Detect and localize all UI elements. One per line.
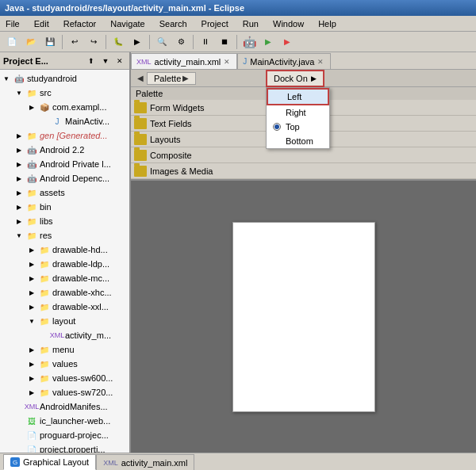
dock-top-label: Top (286, 122, 300, 132)
palette-images-media[interactable]: Images & Media (131, 163, 476, 179)
menu-navigate[interactable]: Navigate (108, 18, 147, 29)
section-label: Text Fields (150, 119, 192, 128)
dock-on-label: Dock On (274, 74, 308, 83)
dock-right-option[interactable]: Right (267, 105, 329, 120)
tree-drawable-xxl[interactable]: ▶ 📁 drawable-xxl... (0, 300, 129, 314)
dock-bottom-option[interactable]: Bottom (267, 134, 329, 148)
tree-drawable-xhd[interactable]: ▶ 📁 drawable-xhc... (0, 285, 129, 300)
tab-graphical-layout[interactable]: G Graphical Layout (3, 454, 96, 470)
palette-composite[interactable]: Composite (131, 147, 476, 163)
tb-open-btn[interactable]: 📂 (22, 33, 40, 51)
sidebar: Project E... ⬆ ▼ ✕ ▼ 🤖 studyandroid ▼ 📁 … (0, 52, 131, 453)
project-tree: ▼ 🤖 studyandroid ▼ 📁 src ▶ 📦 com.exampl.… (0, 70, 129, 453)
tree-proguard[interactable]: 📄 proguard-projec... (0, 428, 129, 442)
menu-search[interactable]: Search (157, 18, 190, 29)
palette-left-arrow[interactable]: ◀ (134, 74, 147, 82)
xml-icon: XML (103, 459, 118, 467)
tree-com-exampl[interactable]: ▶ 📦 com.exampl... (0, 100, 129, 114)
palette-title-btn[interactable]: Palette ▶ (147, 72, 196, 85)
tab-close-btn[interactable]: ✕ (224, 58, 230, 66)
folder-icon: 📁 (38, 386, 51, 399)
tree-android22[interactable]: ▶ 🤖 Android 2.2 (0, 143, 129, 157)
tree-src[interactable]: ▼ 📁 src (0, 86, 129, 100)
tb-pause-btn[interactable]: ⏸ (197, 33, 214, 51)
tb-stop-btn[interactable]: ⏹ (216, 33, 233, 51)
tab-activity-main[interactable]: XML activity_main.xml ✕ (131, 53, 237, 69)
tree-mainactiv[interactable]: J MainActiv... (0, 114, 129, 128)
tree-label: values-sw600... (51, 373, 113, 383)
section-label: Composite (150, 151, 192, 160)
tb-sep3 (149, 35, 150, 49)
tree-libs[interactable]: ▶ 📁 libs (0, 214, 129, 228)
tree-ic-launcher[interactable]: 🖼 ic_launcher-web... (0, 414, 129, 428)
expand-icon: ▶ (25, 286, 38, 299)
tree-label: src (38, 88, 52, 97)
sidebar-icons: ⬆ ▼ ✕ (85, 55, 126, 67)
tab-label: Graphical Layout (23, 457, 89, 467)
tab-close-btn[interactable]: ✕ (317, 58, 324, 66)
dock-top-option[interactable]: Top (267, 120, 329, 134)
dock-left-option[interactable]: Left (267, 88, 329, 105)
tree-values-sw600[interactable]: ▶ 📁 values-sw600... (0, 371, 129, 385)
expand-icon: ▶ (25, 357, 38, 370)
tree-bin[interactable]: ▶ 📁 bin (0, 200, 129, 214)
tb-debug-btn[interactable]: 🐛 (109, 33, 127, 51)
tree-drawable-mc[interactable]: ▶ 📁 drawable-mc... (0, 271, 129, 285)
sidebar-close-btn[interactable]: ✕ (113, 55, 126, 67)
tb-run-btn[interactable]: ▶ (129, 33, 146, 51)
tree-label: menu (51, 345, 75, 354)
tab-activity-main-xml[interactable]: XML activity_main.xml (96, 454, 194, 470)
expand-icon: ▶ (13, 172, 25, 185)
tree-layout[interactable]: ▼ 📁 layout (0, 314, 129, 328)
tree-res[interactable]: ▼ 📁 res (0, 228, 129, 243)
tree-project-properties[interactable]: 📄 project.properti... (0, 442, 129, 453)
tb-save-btn[interactable]: 💾 (41, 33, 59, 51)
tree-label: Android Private l... (38, 159, 111, 169)
section-label: Layouts (150, 135, 181, 144)
palette-label: Palette (136, 89, 163, 98)
tab-label: MainActivity.java (250, 57, 314, 67)
sidebar-collapse-btn[interactable]: ⬆ (85, 55, 98, 67)
tree-menu[interactable]: ▶ 📁 menu (0, 342, 129, 357)
phone-canvas (232, 222, 375, 412)
folder-icon: 📁 (38, 372, 51, 384)
expand-icon (13, 415, 25, 427)
menu-project[interactable]: Project (199, 18, 231, 29)
tb-new-btn[interactable]: 📄 (3, 33, 21, 51)
menu-window[interactable]: Window (271, 18, 306, 29)
tb-search-btn[interactable]: 🔍 (153, 33, 171, 51)
tb-run2-btn[interactable]: ▶ (259, 33, 277, 51)
menu-edit[interactable]: Edit (32, 18, 52, 29)
tree-label: layout (51, 316, 75, 326)
tree-values-sw720[interactable]: ▶ 📁 values-sw720... (0, 385, 129, 399)
menu-file[interactable]: File (3, 18, 22, 29)
tree-activity-m[interactable]: XML activity_m... (0, 328, 129, 342)
tree-studyandroid[interactable]: ▼ 🤖 studyandroid (0, 71, 129, 86)
tree-assets[interactable]: ▶ 📁 assets (0, 185, 129, 200)
tree-android-private[interactable]: ▶ 🤖 Android Private l... (0, 157, 129, 171)
tree-android-dep[interactable]: ▶ 🤖 Android Depenc... (0, 171, 129, 185)
tab-mainactivity[interactable]: J MainActivity.java ✕ (237, 53, 331, 69)
tb-undo-btn[interactable]: ↩ (66, 33, 83, 51)
tb-redo-btn[interactable]: ↪ (85, 33, 102, 51)
tree-drawable-ldp[interactable]: ▶ 📁 drawable-ldp... (0, 257, 129, 271)
tb-android-btn[interactable]: 🤖 (240, 33, 258, 51)
palette-header: ◀ Palette ▶ Dock On ▶ Left (131, 70, 476, 87)
tree-gen[interactable]: ▶ 📁 gen [Generated... (0, 128, 129, 143)
dock-on-button[interactable]: Dock On ▶ (266, 70, 324, 87)
folder-icon (134, 102, 147, 113)
tree-drawable-hd[interactable]: ▶ 📁 drawable-hd... (0, 243, 129, 257)
tree-label: drawable-hd... (51, 245, 108, 254)
tree-values[interactable]: ▶ 📁 values (0, 357, 129, 371)
folder-icon: 📁 (25, 86, 38, 99)
tb-sep1 (62, 35, 63, 49)
tb-run3-btn[interactable]: ▶ (278, 33, 296, 51)
tree-androidmanifest[interactable]: XML AndroidManifes... (0, 399, 129, 414)
menu-help[interactable]: Help (316, 18, 339, 29)
palette-panel: ◀ Palette ▶ Dock On ▶ Left (131, 70, 476, 181)
sidebar-menu-btn[interactable]: ▼ (99, 55, 112, 67)
expand-icon: ▶ (13, 158, 25, 170)
menu-refactor[interactable]: Refactor (61, 18, 99, 29)
menu-run[interactable]: Run (240, 18, 261, 29)
tb-settings-btn[interactable]: ⚙ (172, 33, 190, 51)
